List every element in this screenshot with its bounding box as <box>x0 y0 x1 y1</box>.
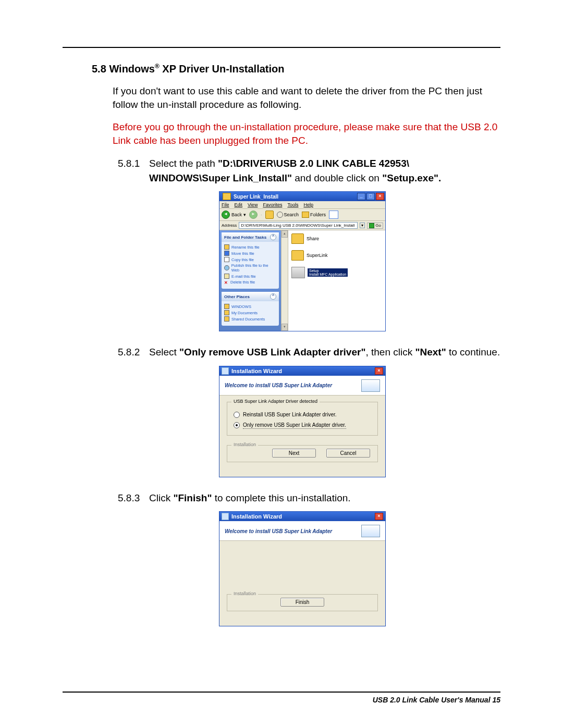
install-legend: Installation <box>231 442 258 447</box>
search-icon <box>277 212 283 218</box>
group-legend: USB Super Link Adapter Driver detected <box>231 399 320 404</box>
back-button[interactable]: ◄Back ▾ <box>222 211 246 219</box>
radio-icon <box>234 412 240 418</box>
folder-superlink[interactable]: SuperLink <box>291 250 382 261</box>
heading-text-1: Windows <box>109 63 155 75</box>
menu-help[interactable]: Help <box>303 202 313 207</box>
go-label: Go <box>375 223 381 228</box>
menu-tools[interactable]: Tools <box>287 202 298 207</box>
task-move[interactable]: Move this file <box>224 251 276 256</box>
radio-label: Reinstall USB Super Link Adapter driver. <box>243 412 337 417</box>
step-581: 5.8.1 Select the path "D:\DRIVER\USB 2.0… <box>118 156 500 185</box>
folder-icon <box>223 193 231 200</box>
menu-file[interactable]: File <box>222 202 229 207</box>
step-text: Click <box>149 492 173 503</box>
step-text: Select the path <box>149 158 218 169</box>
step-text: , then click <box>365 347 415 357</box>
top-rule <box>63 47 500 48</box>
toolbar: ◄Back ▾ ► · Search Folders <box>219 208 385 221</box>
address-field[interactable]: D:\DRIVER\Multi-Ling USB 2.0\WINDOWS\Sup… <box>239 222 358 229</box>
folder-label: SuperLink <box>307 253 328 258</box>
step-text: and double click on <box>292 172 382 183</box>
step-body: Select the path "D:\DRIVER\USB 2.0 LINK … <box>149 156 500 185</box>
step-text: Select <box>149 347 179 357</box>
tasks-panel-header[interactable]: File and Folder Tasks^ <box>222 232 279 242</box>
dialog-title: Installation Wizard <box>231 513 282 520</box>
step-583: 5.8.3 Click "Finish" to complete this un… <box>118 491 500 505</box>
menu-view[interactable]: View <box>248 202 258 207</box>
setup-icon <box>291 267 305 278</box>
bottom-rule <box>63 692 500 693</box>
cancel-button[interactable]: Cancel <box>326 449 370 458</box>
close-button[interactable]: × <box>375 367 383 375</box>
task-label: Move this file <box>231 251 254 256</box>
copy-icon <box>224 257 229 262</box>
forward-button[interactable]: ► <box>249 211 258 219</box>
section-number: 5.8 <box>92 63 106 75</box>
dialog-titlebar[interactable]: Installation Wizard × <box>219 512 385 521</box>
close-button[interactable]: × <box>375 513 383 520</box>
adapter-icon <box>361 525 380 537</box>
welcome-text: Welcome to install USB Super Link Adapte… <box>225 382 332 388</box>
task-publish[interactable]: Publish this file to the Web <box>224 263 276 273</box>
next-button[interactable]: Next <box>272 449 316 458</box>
task-delete[interactable]: ✕Delete this file <box>224 280 276 285</box>
place-label: My Documents <box>231 311 258 315</box>
task-label: Copy this file <box>231 257 254 262</box>
close-button[interactable]: × <box>376 193 384 200</box>
task-label: Publish this file to the Web <box>231 263 276 273</box>
up-button[interactable] <box>265 211 274 219</box>
folder-icon <box>291 233 304 244</box>
step-path-1: "D:\DRIVER\USB 2.0 LINK CABLE 42953\ <box>218 158 409 169</box>
address-label: Address <box>222 223 237 228</box>
task-label: Delete this file <box>230 280 255 285</box>
search-button[interactable]: Search <box>277 212 299 218</box>
go-button[interactable]: Go <box>367 223 383 229</box>
folder-share[interactable]: Share <box>291 233 382 244</box>
move-icon <box>224 251 229 256</box>
dialog-titlebar[interactable]: Installation Wizard × <box>219 366 385 376</box>
folders-button[interactable]: Folders <box>302 212 326 218</box>
minimize-button[interactable]: _ <box>357 193 365 200</box>
view-button[interactable] <box>329 211 338 219</box>
file-setup[interactable]: SetupInstall MFC Application <box>291 267 382 278</box>
places-panel-header[interactable]: Other Places^ <box>222 292 279 301</box>
rename-icon <box>224 244 229 250</box>
step-bold: "Next" <box>415 347 446 357</box>
window-title: Super Link_Install <box>234 194 357 200</box>
folder-label: Share <box>307 236 319 241</box>
finish-button[interactable]: Finish <box>280 598 324 607</box>
installation-groupbox: Installation Finish <box>227 594 378 611</box>
step-body: Select "Only remove USB Link Adapter dri… <box>149 345 500 360</box>
task-rename[interactable]: Rename this file <box>224 244 276 250</box>
search-label: Search <box>284 212 299 217</box>
place-documents[interactable]: My Documents <box>224 310 276 315</box>
chevron-up-icon: ^ <box>270 293 276 300</box>
step-bold: "Only remove USB Link Adapter driver" <box>179 347 365 357</box>
back-label: Back <box>231 212 242 217</box>
dialog-welcome: Welcome to install USB Super Link Adapte… <box>219 522 385 541</box>
radio-reinstall[interactable]: Reinstall USB Super Link Adapter driver. <box>234 412 371 418</box>
radio-selected-icon <box>234 422 240 428</box>
warning-paragraph: Before you go through the un-installatio… <box>113 120 500 148</box>
tasks-title: File and Folder Tasks <box>224 235 266 240</box>
place-windows[interactable]: WINDOWS <box>224 304 276 309</box>
menu-favorites[interactable]: Favorites <box>263 202 282 207</box>
maximize-button[interactable]: □ <box>366 193 375 200</box>
folder-icon <box>302 212 309 218</box>
task-email[interactable]: E-mail this file <box>224 274 276 279</box>
explorer-screenshot: Super Link_Install _ □ × File Edit View … <box>219 191 386 331</box>
go-icon <box>369 223 374 228</box>
task-copy[interactable]: Copy this file <box>224 257 276 262</box>
radio-remove[interactable]: Only remove USB Super Link Adapter drive… <box>234 422 371 429</box>
step-text: to complete this un-installation. <box>212 492 350 503</box>
app-icon <box>222 513 229 520</box>
titlebar[interactable]: Super Link_Install _ □ × <box>219 192 385 201</box>
menu-edit[interactable]: Edit <box>235 202 243 207</box>
sidebar-scrollbar[interactable]: ▴▾ <box>281 230 288 331</box>
address-dropdown[interactable]: ▾ <box>360 223 365 228</box>
place-shared[interactable]: Shared Documents <box>224 316 276 322</box>
install-legend: Installation <box>231 591 258 596</box>
task-label: E-mail this file <box>231 274 256 279</box>
step-number: 5.8.2 <box>118 345 143 360</box>
